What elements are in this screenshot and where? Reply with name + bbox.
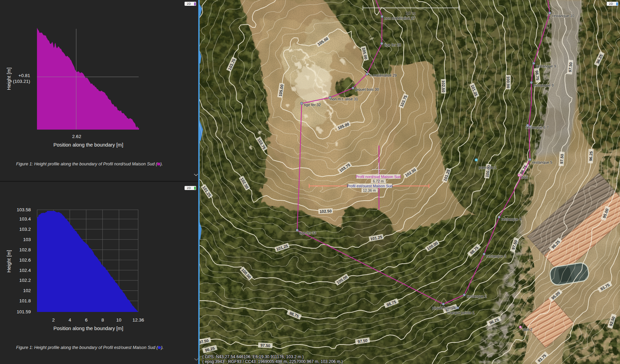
svg-text:( GPS: N43,27,54.646106; E6,19: ( GPS: N43,27,54.646106; E6,19,30.911176… — [202, 354, 304, 359]
svg-text:restanque 6 7: restanque 6 7 — [526, 125, 548, 129]
svg-text:non m.t..alisé 31: non m.t..alisé 31 — [330, 97, 358, 101]
svg-text:bori: bori — [521, 175, 528, 179]
svg-text:marque peinte 1: marque peinte 1 — [447, 311, 475, 315]
svg-text:( epsg:3943 - RGF93 / CC43: 19: ( epsg:3943 - RGF93 / CC43: 1969005.498 … — [202, 359, 343, 364]
svg-text:restanque 4: restanque 4 — [502, 217, 521, 221]
svg-text:97.50: 97.50 — [559, 154, 564, 164]
svg-text:piquet bois 30: piquet bois 30 — [355, 87, 379, 91]
svg-text:10 m: 10 m — [406, 11, 416, 16]
svg-text:102.50: 102.50 — [441, 80, 446, 92]
svg-text:piquet bois 34: piquet bois 34 — [432, 306, 456, 310]
svg-text:Profil est/ouest Maison Sud: Profil est/ouest Maison Sud — [347, 184, 393, 188]
svg-text:restanque 3: restanque 3 — [486, 254, 506, 258]
svg-text:97.50: 97.50 — [568, 62, 573, 72]
svg-text:restanque 2: restanque 2 — [467, 294, 487, 298]
svg-text:tige fer 32: tige fer 32 — [304, 103, 321, 107]
svg-text:abri 2: abri 2 — [523, 327, 532, 331]
svg-text:102.50: 102.50 — [319, 209, 332, 214]
svg-text:restanque 10: restanque 10 — [552, 14, 574, 18]
svg-text:restanque 8: restanque 8 — [534, 83, 554, 87]
svg-text:tige fer 28: tige fer 28 — [384, 43, 401, 47]
svg-text:panneau 1: panneau 1 — [479, 165, 497, 170]
svg-text:97.50: 97.50 — [260, 343, 270, 348]
svg-text:restanque 9: restanque 9 — [536, 64, 556, 68]
svg-text:restanque 5: restanque 5 — [532, 160, 552, 164]
svg-text:12.36 m: 12.36 m — [363, 188, 376, 192]
svg-text:96.25: 96.25 — [589, 151, 593, 161]
svg-text:n matérialisé 29: n matérialisé 29 — [370, 73, 397, 77]
svg-text:Profil nord/sud Maison Sud: Profil nord/sud Maison Sud — [356, 175, 401, 179]
svg-text:6.72 m: 6.72 m — [373, 179, 384, 183]
svg-text:non matérialisé 27: non matérialisé 27 — [384, 16, 415, 20]
svg-text:tige fer 33: tige fer 33 — [300, 231, 316, 235]
svg-text:100.00: 100.00 — [506, 76, 510, 88]
